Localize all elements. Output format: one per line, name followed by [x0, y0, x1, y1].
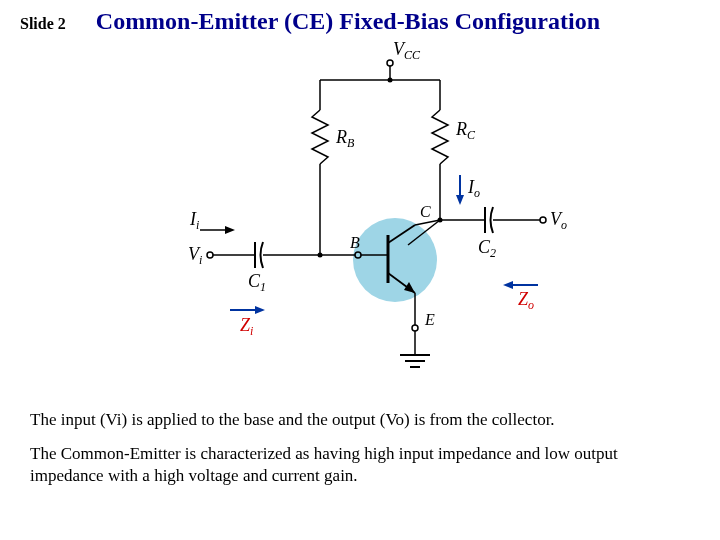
paragraph-2: The Common-Emitter is characterized as h… — [30, 443, 690, 487]
paragraph-1: The input (Vi) is applied to the base an… — [30, 409, 690, 431]
slide-number: Slide 2 — [20, 15, 66, 33]
resistor-rc — [432, 110, 448, 164]
vcc-label: VCC — [393, 39, 421, 62]
svg-point-22 — [412, 325, 418, 331]
zi-label: Zi — [240, 315, 253, 338]
vi-label: Vi — [188, 244, 202, 267]
svg-marker-13 — [503, 281, 513, 289]
vcc-terminal — [387, 60, 393, 66]
transistor-highlight — [353, 218, 437, 302]
vo-terminal — [540, 217, 546, 223]
c1-label: C1 — [248, 271, 266, 294]
c2-label: C2 — [478, 237, 496, 260]
zo-label: Zo — [518, 289, 534, 312]
ce-fixed-bias-svg: VCC RB RC Io C C2 Vo Zo B E — [140, 35, 580, 395]
svg-marker-7 — [456, 195, 464, 205]
io-label: Io — [467, 177, 480, 200]
page-title: Common-Emitter (CE) Fixed-Bias Configura… — [96, 8, 600, 35]
svg-point-2 — [388, 78, 393, 83]
vi-terminal — [207, 252, 213, 258]
rb-label: RB — [335, 127, 355, 150]
c-label: C — [420, 203, 431, 220]
circuit-diagram: VCC RB RC Io C C2 Vo Zo B E — [0, 35, 720, 399]
svg-marker-28 — [225, 226, 235, 234]
b-label: B — [350, 234, 360, 251]
vo-label: Vo — [550, 209, 567, 232]
svg-marker-29 — [255, 306, 265, 314]
e-label: E — [424, 311, 435, 328]
rc-label: RC — [455, 119, 476, 142]
ii-label: Ii — [189, 209, 199, 232]
resistor-rb — [312, 110, 328, 164]
